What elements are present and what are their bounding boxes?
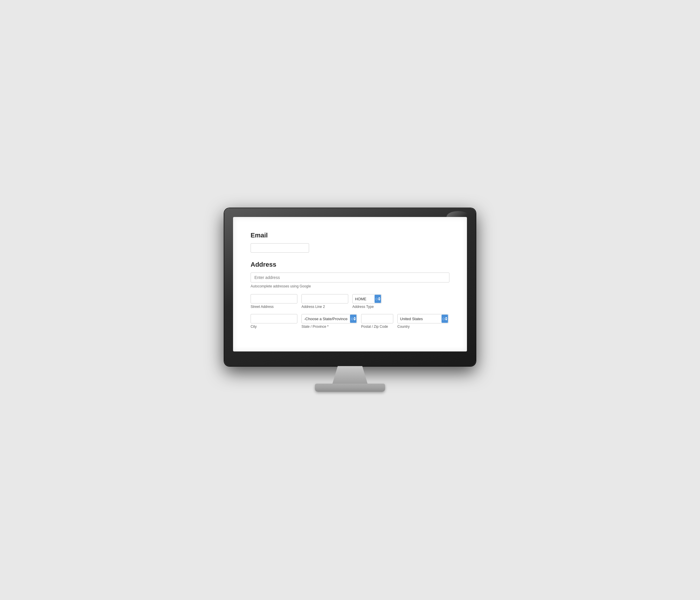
monitor-bezel: Email Address Autocomplete addresses usi… <box>224 208 476 366</box>
state-label: State / Province * <box>301 325 357 329</box>
address-line2-group: Address Line 2 <box>301 294 348 309</box>
zip-group: Postal / Zip Code <box>361 314 393 329</box>
zip-label: Postal / Zip Code <box>361 325 393 329</box>
city-input[interactable] <box>251 314 297 323</box>
address-row-2: City -Choose a State/Province- Alabama C… <box>251 314 449 329</box>
email-section: Email <box>251 231 449 253</box>
monitor-stand-neck <box>332 366 368 384</box>
address-row-1: Street Address Address Line 2 HOME WORK … <box>251 294 449 309</box>
address-line2-label: Address Line 2 <box>301 305 348 309</box>
street-address-input[interactable] <box>251 294 297 303</box>
street-address-group: Street Address <box>251 294 297 309</box>
country-select-wrapper: United States Canada United Kingdom Aust… <box>397 314 449 323</box>
address-section: Address Autocomplete addresses using Goo… <box>251 261 449 329</box>
screen: Email Address Autocomplete addresses usi… <box>233 217 467 351</box>
state-select-wrapper: -Choose a State/Province- Alabama Califo… <box>301 314 357 323</box>
city-group: City <box>251 314 297 329</box>
city-label: City <box>251 325 297 329</box>
autocomplete-hint: Autocomplete addresses using Google <box>251 284 449 288</box>
monitor: Email Address Autocomplete addresses usi… <box>224 208 476 392</box>
address-type-label: Address Type <box>352 305 381 309</box>
email-input[interactable] <box>251 243 309 253</box>
state-group: -Choose a State/Province- Alabama Califo… <box>301 314 357 329</box>
address-line2-input[interactable] <box>301 294 348 303</box>
address-type-select[interactable]: HOME WORK OTHER <box>352 294 381 303</box>
zip-input[interactable] <box>361 314 393 323</box>
address-autocomplete-input[interactable] <box>251 273 449 282</box>
address-type-group: HOME WORK OTHER Address Ty <box>352 294 381 309</box>
country-select[interactable]: United States Canada United Kingdom Aust… <box>397 314 449 323</box>
address-type-select-wrapper: HOME WORK OTHER <box>352 294 381 303</box>
email-label: Email <box>251 231 449 239</box>
address-label: Address <box>251 261 449 269</box>
monitor-stand-base <box>315 384 385 392</box>
country-group: United States Canada United Kingdom Aust… <box>397 314 449 329</box>
state-select[interactable]: -Choose a State/Province- Alabama Califo… <box>301 314 357 323</box>
country-label: Country <box>397 325 449 329</box>
street-address-label: Street Address <box>251 305 297 309</box>
